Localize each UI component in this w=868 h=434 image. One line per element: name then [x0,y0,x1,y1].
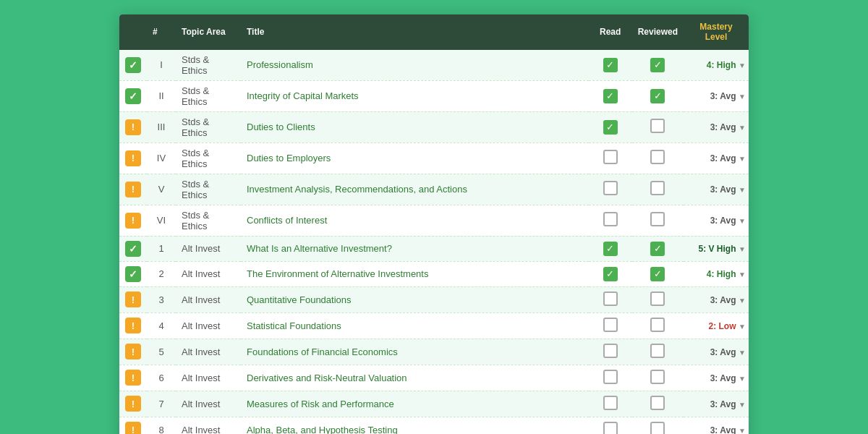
row-title[interactable]: Quantitative Foundations [241,286,589,312]
row-read-checkbox[interactable] [589,142,632,174]
dropdown-arrow-icon[interactable]: ▼ [739,349,746,357]
dropdown-arrow-icon[interactable]: ▼ [739,323,746,331]
row-mastery-level[interactable]: 3: Avg ▼ [684,80,749,111]
row-reviewed-checkbox[interactable] [632,205,684,236]
row-read-checkbox[interactable] [589,365,632,391]
checkbox-empty[interactable] [650,212,665,226]
row-read-checkbox[interactable]: ✓ [589,80,632,111]
row-title[interactable]: Measures of Risk and Performance [241,391,589,417]
checkbox-empty[interactable] [603,181,618,195]
checkbox-empty[interactable] [603,150,618,164]
row-mastery-level[interactable]: 3: Avg ▼ [684,174,749,205]
row-read-checkbox[interactable] [589,286,632,312]
row-reviewed-checkbox[interactable] [632,111,684,142]
row-mastery-level[interactable]: 3: Avg ▼ [684,339,749,365]
row-mastery-level[interactable]: 5: V High ▼ [684,236,749,261]
dropdown-arrow-icon[interactable]: ▼ [739,375,746,383]
row-mastery-level[interactable]: 3: Avg ▼ [684,205,749,236]
row-title[interactable]: Integrity of Capital Markets [241,80,589,111]
row-title[interactable]: Professionalism [241,50,589,81]
checkbox-empty[interactable] [650,396,665,410]
row-title[interactable]: Duties to Employers [241,142,589,174]
checkbox-empty[interactable] [650,292,665,306]
row-title[interactable]: Alpha, Beta, and Hypothesis Testing [241,417,589,434]
checkbox-empty[interactable] [603,396,618,410]
row-mastery-level[interactable]: 2: Low ▼ [684,312,749,339]
dropdown-arrow-icon[interactable]: ▼ [739,155,746,163]
checkbox-empty[interactable] [603,344,618,358]
checkbox-checked[interactable]: ✓ [603,89,618,103]
checkbox-empty[interactable] [650,318,665,332]
checkbox-checked[interactable]: ✓ [603,267,618,281]
table-row: ✓2Alt InvestThe Environment of Alternati… [119,261,749,286]
checkbox-empty[interactable] [603,370,618,384]
row-title[interactable]: Duties to Clients [241,111,589,142]
row-reviewed-checkbox[interactable]: ✓ [632,80,684,111]
checkbox-checked[interactable]: ✓ [603,242,618,256]
row-reviewed-checkbox[interactable] [632,417,684,434]
row-mastery-level[interactable]: 3: Avg ▼ [684,417,749,434]
row-reviewed-checkbox[interactable]: ✓ [632,50,684,81]
checkbox-checked[interactable]: ✓ [603,120,618,135]
row-reviewed-checkbox[interactable] [632,142,684,174]
dropdown-arrow-icon[interactable]: ▼ [739,401,746,409]
row-title[interactable]: Conflicts of Interest [241,205,589,236]
checkbox-empty[interactable] [650,344,665,358]
checkbox-checked[interactable]: ✓ [650,242,665,256]
row-mastery-level[interactable]: 3: Avg ▼ [684,365,749,391]
row-read-checkbox[interactable] [589,205,632,236]
checkbox-checked[interactable]: ✓ [603,58,618,72]
checkbox-empty[interactable] [650,119,665,133]
checkbox-empty[interactable] [603,422,618,434]
row-mastery-level[interactable]: 3: Avg ▼ [684,286,749,312]
row-read-checkbox[interactable]: ✓ [589,261,632,286]
checkbox-empty[interactable] [603,292,618,306]
row-read-checkbox[interactable]: ✓ [589,236,632,261]
dropdown-arrow-icon[interactable]: ▼ [739,217,746,225]
row-title[interactable]: The Environment of Alternative Investmen… [241,261,589,286]
dropdown-arrow-icon[interactable]: ▼ [739,297,746,305]
row-reviewed-checkbox[interactable]: ✓ [632,236,684,261]
checkbox-empty[interactable] [603,212,618,226]
row-reviewed-checkbox[interactable] [632,339,684,365]
row-mastery-level[interactable]: 3: Avg ▼ [684,142,749,174]
dropdown-arrow-icon[interactable]: ▼ [739,271,746,278]
dropdown-arrow-icon[interactable]: ▼ [739,245,746,253]
row-reviewed-checkbox[interactable]: ✓ [632,261,684,286]
row-title[interactable]: What Is an Alternative Investment? [241,236,589,261]
row-title[interactable]: Derivatives and Risk-Neutral Valuation [241,365,589,391]
checkbox-empty[interactable] [650,181,665,195]
dropdown-arrow-icon[interactable]: ▼ [739,124,746,132]
row-mastery-level[interactable]: 3: Avg ▼ [684,111,749,142]
row-read-checkbox[interactable]: ✓ [589,111,632,142]
checkbox-checked[interactable]: ✓ [650,58,665,72]
row-reviewed-checkbox[interactable] [632,365,684,391]
row-read-checkbox[interactable]: ✓ [589,50,632,81]
checkbox-empty[interactable] [650,370,665,384]
row-read-checkbox[interactable] [589,312,632,339]
row-title[interactable]: Investment Analysis, Recommendations, an… [241,174,589,205]
checkbox-empty[interactable] [603,318,618,332]
dropdown-arrow-icon[interactable]: ▼ [739,93,746,101]
row-mastery-level[interactable]: 3: Avg ▼ [684,391,749,417]
dropdown-arrow-icon[interactable]: ▼ [739,427,746,434]
row-read-checkbox[interactable] [589,417,632,434]
row-title[interactable]: Statistical Foundations [241,312,589,339]
row-reviewed-checkbox[interactable] [632,286,684,312]
row-read-checkbox[interactable] [589,391,632,417]
row-topic: Alt Invest [176,391,241,417]
row-title[interactable]: Foundations of Financial Economics [241,339,589,365]
dropdown-arrow-icon[interactable]: ▼ [739,61,746,69]
row-mastery-level[interactable]: 4: High ▼ [684,261,749,286]
checkbox-checked[interactable]: ✓ [650,89,665,103]
dropdown-arrow-icon[interactable]: ▼ [739,186,746,194]
row-read-checkbox[interactable] [589,174,632,205]
row-reviewed-checkbox[interactable] [632,312,684,339]
row-read-checkbox[interactable] [589,339,632,365]
row-reviewed-checkbox[interactable] [632,174,684,205]
checkbox-empty[interactable] [650,422,665,434]
checkbox-empty[interactable] [650,150,665,164]
row-mastery-level[interactable]: 4: High ▼ [684,50,749,81]
row-reviewed-checkbox[interactable] [632,391,684,417]
checkbox-checked[interactable]: ✓ [650,267,665,281]
